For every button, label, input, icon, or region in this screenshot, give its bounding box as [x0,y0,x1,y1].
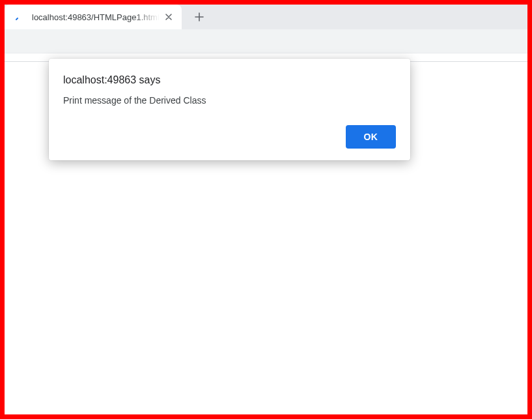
loading-favicon-icon [15,12,25,22]
new-tab-button[interactable] [189,7,209,27]
javascript-alert-dialog: localhost:49863 says Print message of th… [49,59,410,160]
ok-button[interactable]: OK [346,125,397,149]
close-tab-button[interactable] [163,12,174,22]
dialog-title: localhost:49863 says [63,74,396,86]
dialog-button-row: OK [63,125,396,149]
page-content: localhost:49863 says Print message of th… [5,62,527,419]
tab-title: localhost:49863/HTMLPage1.html [32,12,160,22]
active-tab[interactable]: localhost:49863/HTMLPage1.html [5,5,182,29]
browser-tab-bar: localhost:49863/HTMLPage1.html [5,5,527,29]
dialog-message: Print message of the Derived Class [63,95,396,106]
browser-toolbar [5,29,527,53]
